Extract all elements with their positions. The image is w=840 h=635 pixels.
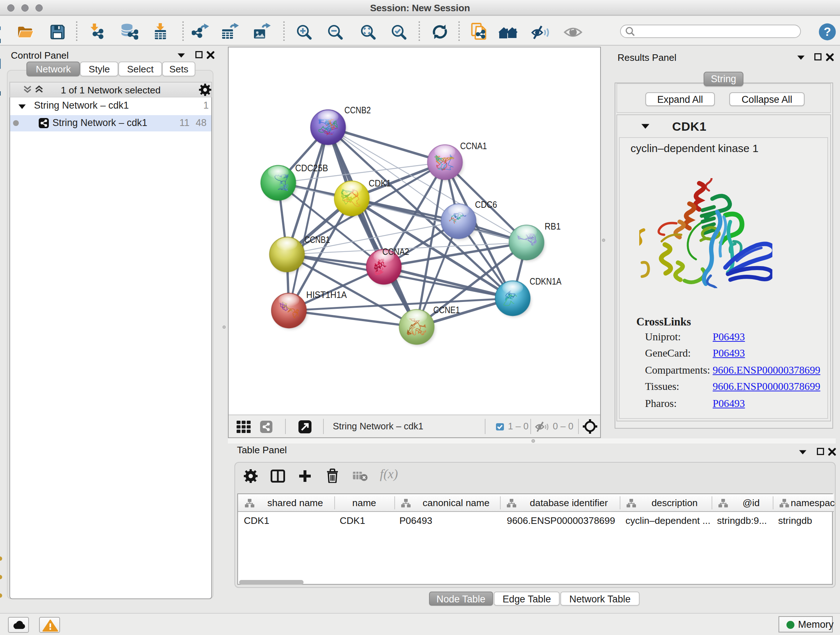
svg-text:CCNB1: CCNB1 [304,234,330,245]
svg-text:CCNE1: CCNE1 [433,305,460,315]
svg-text:CDKN1A: CDKN1A [530,276,562,287]
svg-text:CCNA2: CCNA2 [382,247,409,257]
svg-text:RB1: RB1 [545,221,561,231]
svg-text:CDK1: CDK1 [369,178,391,188]
svg-text:CCNB2: CCNB2 [344,105,371,115]
svg-text:CDC6: CDC6 [475,200,497,210]
svg-text:?: ? [824,25,831,38]
svg-text:HIST1H1A: HIST1H1A [306,290,347,300]
svg-text:CDC25B: CDC25B [295,163,328,173]
svg-text:CCNA1: CCNA1 [460,141,487,151]
